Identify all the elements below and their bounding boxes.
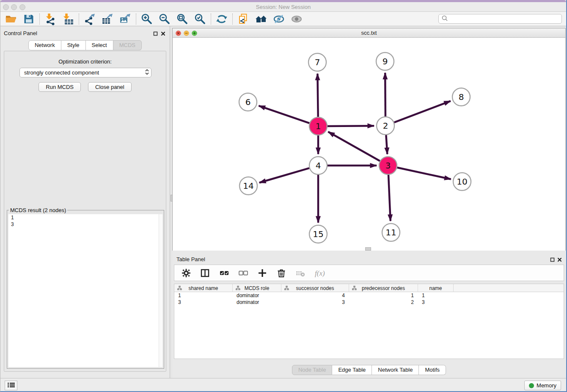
table-cell[interactable]: 1 bbox=[174, 292, 233, 299]
close-panel-icon[interactable] bbox=[161, 30, 165, 38]
result-scrollbar[interactable] bbox=[159, 214, 162, 367]
mcds-result-list[interactable]: 13 bbox=[8, 214, 162, 367]
graph-node-label-8: 8 bbox=[459, 92, 464, 102]
tab-mcds[interactable]: MCDS bbox=[113, 40, 142, 50]
tab-style[interactable]: Style bbox=[61, 40, 86, 50]
column-header-name[interactable]: name bbox=[418, 284, 454, 292]
network-window-titlebar[interactable]: scc.txt bbox=[173, 28, 565, 38]
export-table-icon[interactable] bbox=[101, 13, 114, 25]
tab-node-table[interactable]: Node Table bbox=[292, 365, 333, 375]
graph-node-label-11: 11 bbox=[385, 227, 396, 237]
network-canvas[interactable]: 1234678910111415 bbox=[173, 38, 565, 251]
window-titlebar: Session: New Session bbox=[0, 2, 566, 12]
zoom-fit-icon[interactable] bbox=[176, 13, 189, 25]
search-box[interactable] bbox=[438, 14, 562, 24]
open-folder-icon[interactable] bbox=[4, 13, 18, 25]
task-history-button[interactable] bbox=[5, 381, 17, 390]
graph-edge-2-9[interactable] bbox=[385, 73, 385, 116]
float-table-panel-icon[interactable] bbox=[550, 256, 555, 264]
main-toolbar bbox=[0, 12, 566, 26]
column-header-MCDS-role[interactable]: MCDS role bbox=[233, 284, 281, 292]
import-network-icon[interactable] bbox=[44, 13, 57, 25]
zoom-in-icon[interactable] bbox=[140, 13, 154, 25]
control-panel-tabs: NetworkStyleSelectMCDS bbox=[0, 40, 170, 50]
tab-edge-table[interactable]: Edge Table bbox=[332, 365, 372, 375]
search-icon bbox=[441, 15, 448, 23]
export-image-icon[interactable] bbox=[118, 13, 132, 25]
table-cell[interactable]: 2 bbox=[349, 299, 418, 306]
node-table: shared nameMCDS rolesuccessor nodesprede… bbox=[174, 284, 564, 359]
optimization-criterion-dropdown[interactable]: strongly connected component bbox=[19, 68, 151, 77]
mcds-panel: Optimization criterion: strongly connect… bbox=[4, 51, 166, 372]
graph-edge-2-3[interactable] bbox=[386, 135, 387, 154]
column-header-successor-nodes[interactable]: successor nodes bbox=[281, 284, 349, 292]
table-panel-header: Table Panel bbox=[172, 252, 566, 265]
memory-button[interactable]: Memory bbox=[524, 381, 561, 390]
network-title: scc.txt bbox=[173, 30, 565, 36]
table-row[interactable]: 1dominator411 bbox=[174, 292, 564, 299]
table-cell[interactable]: dominator bbox=[233, 292, 281, 299]
save-session-icon[interactable] bbox=[22, 13, 36, 25]
graph-edge-2-8[interactable] bbox=[394, 101, 451, 123]
column-header-shared-name[interactable]: shared name bbox=[174, 284, 233, 292]
add-row-icon[interactable] bbox=[256, 267, 268, 279]
column-layout-icon[interactable] bbox=[199, 267, 211, 279]
tab-network[interactable]: Network bbox=[28, 40, 61, 50]
table-cell[interactable]: 1 bbox=[349, 292, 418, 299]
graph-edge-3-11[interactable] bbox=[388, 175, 391, 221]
graph-edge-1-7[interactable] bbox=[317, 74, 318, 117]
graph-node-label-2: 2 bbox=[383, 121, 388, 131]
settings-gear-icon[interactable] bbox=[180, 267, 192, 279]
select-all-checkboxes-icon[interactable] bbox=[218, 267, 230, 279]
close-table-panel-icon[interactable] bbox=[557, 256, 562, 264]
run-mcds-button[interactable]: Run MCDS bbox=[39, 82, 81, 92]
delete-row-icon[interactable] bbox=[275, 267, 287, 279]
refresh-view-icon[interactable] bbox=[215, 13, 228, 25]
clone-network-icon[interactable] bbox=[237, 13, 250, 25]
graph-edge-3-10[interactable] bbox=[397, 168, 451, 179]
show-all-networks-icon[interactable] bbox=[254, 13, 268, 25]
mcds-result-fieldset: MCDS result (2 nodes) 13 bbox=[7, 207, 164, 369]
control-panel-header: Control Panel bbox=[0, 26, 170, 39]
table-panel: Table Panel f(x) shared nameMCDS rolesuc… bbox=[172, 252, 566, 377]
close-panel-button[interactable]: Close panel bbox=[88, 82, 132, 92]
dropdown-value: strongly connected component bbox=[24, 69, 99, 76]
table-row[interactable]: 3dominator323 bbox=[174, 299, 564, 306]
chevron-updown-icon bbox=[145, 69, 149, 77]
tab-select[interactable]: Select bbox=[86, 40, 113, 50]
table-cell[interactable]: dominator bbox=[233, 299, 281, 306]
graph-node-label-7: 7 bbox=[315, 57, 320, 67]
table-cell[interactable]: 3 bbox=[418, 299, 454, 306]
graph-node-label-10: 10 bbox=[457, 177, 467, 187]
graph-edge-1-2[interactable] bbox=[328, 126, 374, 126]
delete-table-icon bbox=[295, 267, 306, 279]
table-cell[interactable]: 3 bbox=[281, 299, 349, 306]
tab-motifs[interactable]: Motifs bbox=[419, 365, 446, 375]
float-panel-icon[interactable] bbox=[153, 30, 158, 38]
zoom-selected-icon[interactable] bbox=[193, 13, 207, 25]
export-network-icon[interactable] bbox=[83, 13, 96, 25]
search-input[interactable] bbox=[450, 16, 559, 22]
table-cell[interactable]: 4 bbox=[281, 292, 349, 299]
zoom-out-icon[interactable] bbox=[158, 13, 171, 25]
import-table-icon[interactable] bbox=[61, 13, 75, 25]
horizontal-splitter-grip[interactable] bbox=[365, 247, 371, 251]
table-tabs: Node TableEdge TableNetwork TableMotifs bbox=[172, 365, 566, 375]
graph-edge-3-1[interactable] bbox=[328, 132, 380, 161]
tab-network-table[interactable]: Network Table bbox=[372, 365, 419, 375]
graph-node-label-3: 3 bbox=[385, 160, 391, 171]
deselect-checkboxes-icon[interactable] bbox=[237, 267, 249, 279]
table-cell[interactable]: 3 bbox=[174, 299, 233, 306]
table-body: 1dominator4113dominator323 bbox=[174, 292, 564, 306]
graph-node-label-4: 4 bbox=[316, 160, 321, 171]
column-header-predecessor-nodes[interactable]: predecessor nodes bbox=[349, 284, 418, 292]
table-cell[interactable]: 1 bbox=[418, 292, 454, 299]
graph-edge-4-14[interactable] bbox=[259, 168, 309, 182]
mcds-result-node: 1 bbox=[8, 214, 162, 221]
memory-label: Memory bbox=[537, 382, 556, 389]
graph-edge-1-6[interactable] bbox=[259, 106, 310, 123]
control-panel: Control Panel NetworkStyleSelectMCDS Opt… bbox=[0, 26, 170, 378]
show-hidden-icon[interactable] bbox=[290, 13, 303, 25]
hide-selected-icon[interactable] bbox=[272, 13, 286, 25]
mcds-result-node: 3 bbox=[8, 221, 162, 228]
